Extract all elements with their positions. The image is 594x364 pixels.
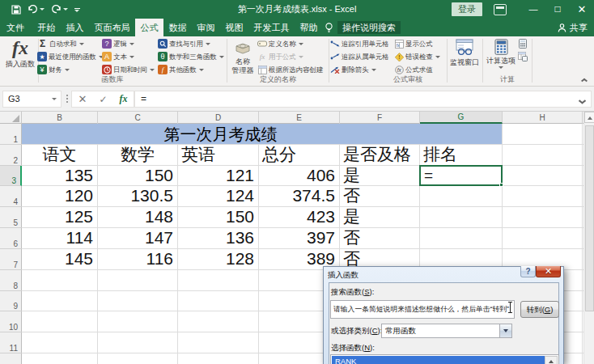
column-header-B[interactable]: B	[22, 112, 98, 124]
category-dropdown-arrow[interactable]	[499, 324, 511, 337]
minimize-button[interactable]: —	[521, 0, 545, 19]
fill-handle[interactable]	[499, 183, 503, 187]
cancel-entry-button[interactable]: ✕	[78, 93, 87, 105]
function-search-input[interactable]: 请输入一条简短说明来描述您想做什么，然后单击“转到”	[330, 300, 515, 319]
tab-help[interactable]: 帮助	[295, 19, 323, 36]
cell-C2[interactable]: 数学	[98, 144, 177, 165]
cell-C6[interactable]: 147	[98, 227, 177, 248]
cell-B6[interactable]: 114	[22, 227, 97, 248]
cell-G2[interactable]: 排名	[420, 144, 502, 165]
tell-me-box[interactable]: 操作说明搜索	[337, 21, 401, 34]
lookup-reference-button[interactable]: 查找与引用	[158, 37, 224, 50]
autosum-button[interactable]: Σ 自动求和	[37, 37, 104, 50]
scrollbar-thumb[interactable]	[585, 125, 594, 311]
cell-D6[interactable]: 136	[178, 227, 258, 248]
cell-D4[interactable]: 124	[178, 185, 258, 206]
cell-D7[interactable]: 128	[178, 248, 258, 269]
dialog-close-button[interactable]: ✕	[536, 266, 561, 277]
function-list-item-rank[interactable]: RANK	[332, 356, 545, 364]
row-header-9[interactable]: 9	[0, 291, 22, 312]
math-trig-button[interactable]: θ 数学和三角函数	[158, 50, 224, 63]
expand-formula-bar-button[interactable]	[579, 101, 586, 106]
tab-file[interactable]: 文件	[0, 19, 31, 36]
cell-E4[interactable]: 374.5	[259, 185, 339, 206]
row-header-2[interactable]: 2	[0, 145, 22, 166]
row-header-10[interactable]: 10	[0, 311, 22, 332]
share-button[interactable]: 共享	[558, 19, 588, 36]
cell-C5[interactable]: 148	[98, 206, 177, 227]
cell-B7[interactable]: 145	[22, 248, 97, 269]
column-header-G[interactable]: G	[420, 112, 503, 124]
function-list[interactable]: RANK	[330, 354, 559, 364]
tell-me-search[interactable]: 操作说明搜索	[325, 19, 401, 36]
name-box[interactable]: G3	[2, 91, 62, 108]
vertical-scrollbar[interactable]	[583, 112, 594, 364]
tab-review[interactable]: 审阅	[192, 19, 220, 36]
column-header-C[interactable]: C	[98, 112, 178, 124]
show-formulas-button[interactable]: fx 显示公式	[394, 37, 440, 50]
select-all-button[interactable]	[0, 112, 22, 124]
cell-F4[interactable]: 否	[340, 185, 419, 206]
row-header-5[interactable]: 5	[0, 207, 22, 228]
formula-input[interactable]: =	[134, 91, 592, 108]
merged-title-cell[interactable]: 第一次月考成绩	[22, 124, 502, 144]
cell-E6[interactable]: 397	[259, 227, 339, 248]
scroll-up-arrow[interactable]	[584, 112, 594, 123]
tab-home[interactable]: 开始	[32, 19, 61, 36]
cell-D5[interactable]: 150	[178, 206, 258, 227]
trace-precedents-button[interactable]: 追踪引用单元格	[330, 37, 389, 50]
row-header-8[interactable]: 8	[0, 270, 22, 291]
collapse-ribbon-button[interactable]	[581, 77, 588, 81]
cell-F3[interactable]: 是	[340, 165, 419, 186]
calculate-sheet-button[interactable]	[518, 50, 528, 63]
logical-button[interactable]: ? 逻辑	[102, 37, 155, 50]
cell-B2[interactable]: 语文	[22, 144, 97, 165]
tab-page-layout[interactable]: 页面布局	[89, 19, 135, 36]
name-box-dropdown-arrow[interactable]	[52, 98, 57, 100]
formula-bar-splitter[interactable]	[66, 94, 68, 104]
active-cell-G3[interactable]: =	[419, 165, 503, 187]
confirm-entry-button[interactable]: ✓	[99, 94, 107, 105]
row-header-1[interactable]: 1	[0, 124, 22, 145]
go-button[interactable]: 转到(G)	[520, 301, 559, 318]
tab-insert[interactable]: 插入	[61, 19, 89, 36]
calculate-now-button[interactable]	[518, 37, 528, 50]
error-checking-button[interactable]: ! 错误检查	[394, 50, 440, 63]
sign-in-button[interactable]: 登录	[452, 2, 482, 16]
cell-D3[interactable]: 121	[178, 165, 258, 186]
cell-D2[interactable]: 英语	[178, 144, 258, 165]
cell-F6[interactable]: 否	[340, 227, 419, 248]
maximize-button[interactable]: □	[545, 0, 570, 19]
category-dropdown[interactable]: 常用函数	[381, 324, 512, 338]
row-header-3[interactable]: 3	[0, 166, 22, 187]
cell-B4[interactable]: 120	[22, 185, 97, 206]
row-header-4[interactable]: 4	[0, 186, 22, 207]
cell-E2[interactable]: 总分	[259, 144, 339, 165]
tab-developer[interactable]: 开发工具	[248, 19, 295, 36]
cell-C4[interactable]: 130.5	[98, 185, 177, 206]
row-header-11[interactable]: 11	[0, 332, 22, 353]
tab-data[interactable]: 数据	[163, 19, 192, 36]
tab-formulas[interactable]: 公式	[135, 19, 163, 36]
close-button[interactable]: ✕	[570, 0, 594, 19]
recently-used-button[interactable]: ★ 最近使用的函数	[37, 50, 104, 63]
cell-E5[interactable]: 423	[259, 206, 339, 227]
function-list-scroll-up[interactable]	[545, 356, 558, 364]
insert-function-button[interactable]: fx 插入函数	[2, 37, 39, 84]
tab-view[interactable]: 视图	[220, 19, 248, 36]
watch-window-button[interactable]: 监视窗口	[446, 37, 483, 84]
ribbon-display-options-icon[interactable]	[494, 4, 507, 15]
cell-C3[interactable]: 150	[98, 165, 177, 186]
text-button[interactable]: A 文本	[102, 50, 155, 63]
dialog-help-button[interactable]: ?	[520, 266, 536, 277]
column-header-E[interactable]: E	[259, 112, 340, 124]
cell-F2[interactable]: 是否及格	[340, 144, 419, 165]
column-header-F[interactable]: F	[340, 112, 420, 124]
define-name-button[interactable]: 定义名称	[257, 37, 323, 50]
row-header-7[interactable]: 7	[0, 249, 22, 270]
row-header-6[interactable]: 6	[0, 228, 22, 249]
trace-dependents-button[interactable]: 追踪从属单元格	[330, 50, 389, 63]
cell-F5[interactable]: 是	[340, 206, 419, 227]
cell-E3[interactable]: 406	[259, 165, 339, 186]
column-header-H[interactable]: H	[503, 112, 583, 124]
